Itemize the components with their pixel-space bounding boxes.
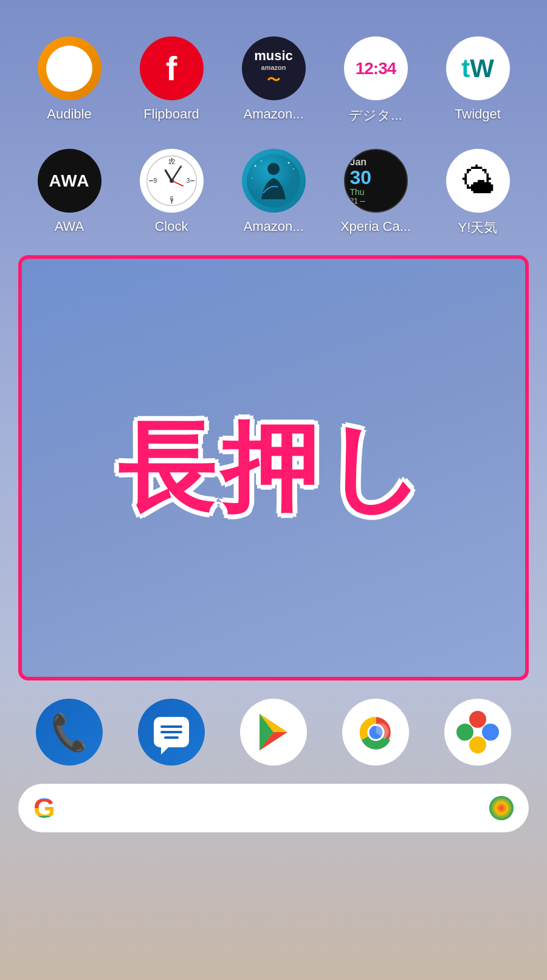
photos-icon bbox=[456, 711, 499, 753]
play-store-icon bbox=[252, 711, 295, 753]
xperia-day: 30 bbox=[350, 168, 372, 187]
xperia-weekday: Thu bbox=[350, 187, 365, 197]
awa-text: AWA bbox=[49, 171, 90, 191]
amazon-music-label: music bbox=[254, 48, 293, 64]
kindle-svg bbox=[246, 154, 301, 208]
app-item-audible[interactable]: 📶 Audible bbox=[27, 36, 112, 122]
widget-area[interactable]: 長押し bbox=[18, 255, 529, 680]
app-item-weather[interactable]: 🌤 Y!天気 bbox=[435, 149, 520, 237]
dock-chrome[interactable] bbox=[342, 699, 409, 766]
audible-label: Audible bbox=[47, 106, 91, 122]
awa-label: AWA bbox=[55, 219, 84, 235]
dejita-label: デジタ... bbox=[349, 106, 402, 125]
svg-point-14 bbox=[170, 179, 174, 183]
twidget-text: tW bbox=[461, 54, 494, 83]
dejita-icon: 12:34 bbox=[344, 36, 408, 100]
google-mic-icon[interactable] bbox=[489, 796, 514, 820]
app-item-twidget[interactable]: tW Twidget bbox=[435, 36, 520, 122]
app-item-amazon-kindle[interactable]: Amazon... bbox=[231, 149, 316, 235]
svg-point-21 bbox=[252, 177, 253, 179]
nagaoshi-text: 長押し bbox=[105, 414, 442, 521]
amazon-kindle-icon bbox=[242, 149, 306, 213]
twidget-icon: tW bbox=[446, 36, 510, 100]
dock-play-store[interactable] bbox=[240, 699, 307, 766]
amazon-music-label-text: Amazon... bbox=[243, 106, 303, 122]
app-item-amazon-music[interactable]: music amazon 〜 Amazon... bbox=[231, 36, 316, 122]
petal-green bbox=[456, 724, 473, 741]
petal-yellow bbox=[469, 736, 486, 753]
msg-line-1 bbox=[160, 725, 182, 728]
amazon-arrow-icon: 〜 bbox=[267, 71, 280, 89]
twidget-label: Twidget bbox=[455, 106, 501, 122]
flipboard-label: Flipboard bbox=[143, 106, 199, 122]
message-bubble bbox=[154, 717, 189, 747]
app-item-awa[interactable]: AWA AWA bbox=[27, 149, 112, 235]
weather-sun-icon: 🌤 bbox=[460, 160, 495, 201]
svg-text:3: 3 bbox=[186, 177, 190, 184]
audible-svg: 📶 bbox=[45, 44, 94, 93]
app-item-flipboard[interactable]: f Flipboard bbox=[129, 36, 214, 122]
flipboard-icon: f bbox=[140, 36, 204, 100]
petal-blue bbox=[482, 724, 499, 741]
flipboard-letter: f bbox=[166, 49, 177, 88]
dock-messages[interactable] bbox=[138, 699, 205, 766]
msg-line-2 bbox=[160, 731, 182, 733]
amazon-music-icon: music amazon 〜 bbox=[242, 36, 306, 100]
clock-svg: 12 3 6 9 bbox=[146, 155, 198, 207]
xperia-extra: 21 ─ bbox=[350, 197, 365, 205]
svg-text:9: 9 bbox=[153, 177, 157, 184]
dejita-time: 12:34 bbox=[356, 59, 396, 78]
svg-point-0 bbox=[46, 46, 92, 92]
svg-point-16 bbox=[267, 163, 280, 175]
xperia-icon: Jan 30 Thu 21 ─ bbox=[344, 149, 408, 213]
app-item-xperia[interactable]: Jan 30 Thu 21 ─ Xperia Ca... bbox=[333, 149, 418, 235]
chrome-icon bbox=[353, 710, 399, 755]
audible-icon: 📶 bbox=[38, 36, 101, 100]
dock: 📞 bbox=[0, 687, 547, 778]
awa-icon: AWA bbox=[38, 149, 101, 213]
svg-text:📶: 📶 bbox=[55, 55, 84, 83]
dock-phone[interactable]: 📞 bbox=[36, 699, 103, 766]
app-row-2: AWA AWA 12 3 6 9 bbox=[18, 137, 529, 249]
svg-point-17 bbox=[255, 165, 256, 166]
google-logo: G bbox=[33, 792, 55, 824]
weather-icon: 🌤 bbox=[446, 149, 510, 213]
xperia-label: Xperia Ca... bbox=[340, 219, 411, 235]
clock-icon: 12 3 6 9 bbox=[140, 149, 204, 213]
app-item-dejita[interactable]: 12:34 デジタ... bbox=[333, 36, 418, 125]
dock-photos[interactable] bbox=[444, 699, 511, 766]
app-row-1: 📶 Audible f Flipboard music amazon 〜 Ama… bbox=[18, 24, 529, 137]
svg-point-19 bbox=[288, 162, 290, 163]
app-grid: 📶 Audible f Flipboard music amazon 〜 Ama… bbox=[0, 0, 547, 249]
amazon-kindle-label-text: Amazon... bbox=[243, 219, 303, 235]
clock-label: Clock bbox=[154, 219, 188, 235]
weather-label: Y!天気 bbox=[458, 219, 498, 237]
msg-line-3 bbox=[164, 736, 179, 739]
svg-point-18 bbox=[261, 160, 262, 162]
phone-icon: 📞 bbox=[46, 710, 93, 755]
messages-icon bbox=[154, 717, 189, 747]
app-item-clock[interactable]: 12 3 6 9 Clock bbox=[129, 149, 214, 235]
petal-red bbox=[469, 711, 486, 728]
xperia-month: Jan bbox=[350, 157, 367, 168]
svg-point-20 bbox=[293, 168, 294, 170]
search-bar[interactable]: G bbox=[18, 784, 529, 832]
